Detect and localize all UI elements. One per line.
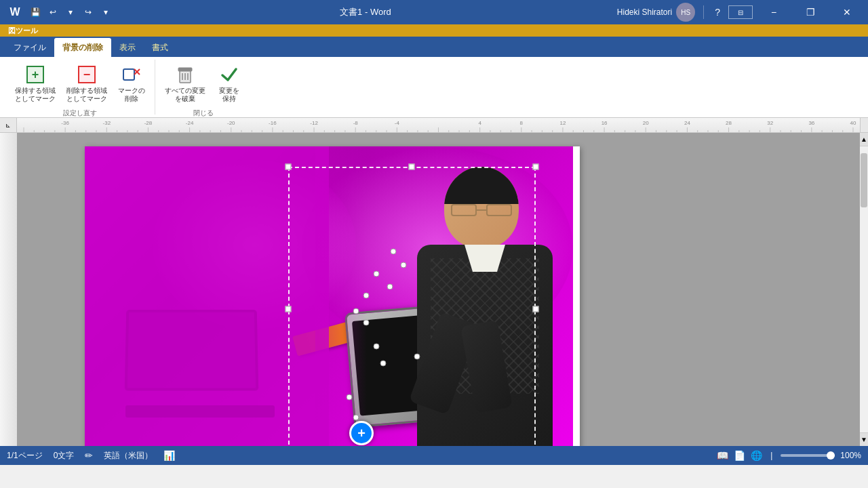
handle-tl[interactable] (285, 164, 292, 170)
group-label-close: 閉じる (193, 106, 214, 118)
horizontal-ruler: ⊾ -36-32-28-24-20-16-12-8-44812162024283… (0, 118, 868, 133)
brush-dot-9 (353, 415, 359, 421)
svg-text:28: 28 (726, 120, 732, 126)
keep-changes-label: 変更を保持 (219, 87, 239, 103)
document-area[interactable]: + ▲ ▼ (17, 133, 868, 446)
handle-tc[interactable] (409, 164, 415, 170)
keep-area-icon: + (24, 64, 46, 85)
handle-mr[interactable] (533, 306, 539, 312)
handle-ml[interactable] (285, 306, 292, 312)
ribbon-buttons-close: すべての変更を破棄 変更を保持 (161, 61, 246, 106)
zoom-thumb[interactable] (827, 451, 835, 460)
keep-area-label: 保持する領域としてマーク (15, 87, 56, 103)
brush-dot-7 (380, 361, 387, 367)
user-avatar: HS (676, 3, 695, 22)
status-left: 1/1ページ 0文字 ✏ 英語（米国） 📊 (7, 450, 175, 462)
tab-view[interactable]: 表示 (111, 38, 144, 57)
brush-dot-5 (363, 320, 370, 326)
scroll-bottom-indicator: ▼ (860, 432, 868, 446)
svg-text:-8: -8 (353, 120, 359, 126)
user-name: Hideki Shiratori (617, 7, 672, 17)
brush-dot-4 (353, 308, 359, 314)
tab-format[interactable]: 書式 (144, 38, 176, 57)
discard-label: すべての変更を破棄 (165, 87, 205, 103)
removed-bg-overlay (85, 146, 329, 446)
undo-button[interactable]: ↩ (45, 4, 61, 20)
title-bar-left: W 💾 ↩ ▾ ↪ ▾ (5, 3, 114, 22)
view-mode-layout[interactable]: 📄 (734, 450, 745, 461)
save-button[interactable]: 💾 (27, 4, 43, 20)
zoom-slider[interactable] (781, 454, 835, 457)
customize-quick-access[interactable]: ▾ (98, 4, 114, 20)
man-figure (315, 146, 573, 446)
svg-text:4: 4 (478, 120, 481, 126)
vertical-ruler (0, 133, 17, 446)
svg-text:8: 8 (520, 120, 524, 126)
ruler-right-end (860, 118, 868, 133)
edit-mode-icon: ✏ (85, 450, 93, 461)
user-area[interactable]: Hideki Shiratori HS (617, 3, 695, 22)
status-bar: 1/1ページ 0文字 ✏ 英語（米国） 📊 📖 📄 🌐 | 100% (0, 446, 868, 465)
ribbon-group-settings: + 保持する領域としてマーク − 削除する領域としてマーク (5, 60, 155, 115)
window-title: 文書1 - Word (340, 6, 391, 18)
tab-file[interactable]: ファイル (5, 38, 54, 57)
svg-rect-4 (123, 69, 134, 80)
svg-text:-36: -36 (61, 120, 69, 126)
removal-cursor: + (349, 421, 374, 445)
brush-dot-11 (387, 284, 393, 290)
svg-text:-16: -16 (269, 120, 277, 126)
svg-text:-20: -20 (227, 120, 235, 126)
close-button[interactable]: ✕ (831, 0, 863, 24)
restore-button[interactable]: ❐ (795, 0, 826, 24)
tab-background-removal[interactable]: 背景の削除 (54, 38, 111, 57)
svg-text:36: 36 (808, 120, 814, 126)
mark-delete-icon (121, 64, 142, 85)
svg-text:20: 20 (643, 120, 649, 126)
brush-dot-3 (363, 293, 370, 299)
discard-icon (174, 64, 196, 85)
mark-delete-button[interactable]: マークの削除 (114, 61, 149, 106)
delete-area-button[interactable]: − 削除する領域としてマーク (62, 61, 111, 106)
image-container[interactable]: + (85, 146, 573, 446)
zoom-level: 100% (840, 451, 861, 460)
context-tab-label: 図ツール (0, 24, 868, 37)
mark-delete-label: マークの削除 (118, 87, 145, 103)
svg-text:40: 40 (850, 120, 856, 126)
divider: | (770, 451, 772, 460)
svg-text:-4: -4 (395, 120, 400, 126)
scroll-top-indicator: ▲ (860, 133, 868, 146)
keep-area-button[interactable]: + 保持する領域としてマーク (11, 61, 60, 106)
ribbon-display-options[interactable]: ⊟ (728, 5, 753, 19)
keep-changes-button[interactable]: 変更を保持 (212, 61, 246, 106)
undo-dropdown[interactable]: ▾ (62, 4, 79, 20)
help-button[interactable]: ? (712, 4, 723, 20)
view-mode-read[interactable]: 📖 (717, 450, 728, 461)
vertical-scrollbar-thumb[interactable] (861, 153, 867, 207)
word-count: 0文字 (54, 450, 75, 462)
view-mode-web[interactable]: 🌐 (751, 450, 762, 461)
ribbon-buttons-settings: + 保持する領域としてマーク − 削除する領域としてマーク (11, 61, 149, 106)
brush-dot-12 (414, 354, 420, 360)
svg-text:24: 24 (684, 120, 690, 126)
brush-dot-1 (391, 249, 397, 255)
ribbon-group-close: すべての変更を破棄 変更を保持 閉じる (155, 60, 252, 115)
svg-text:12: 12 (559, 120, 566, 126)
language-info: 英語（米国） (104, 450, 153, 462)
svg-rect-8 (178, 68, 192, 71)
word-app-icon: W (5, 3, 24, 22)
discard-all-button[interactable]: すべての変更を破棄 (161, 61, 210, 106)
track-changes-icon: 📊 (163, 450, 175, 461)
svg-text:32: 32 (767, 120, 773, 126)
svg-text:-12: -12 (310, 120, 318, 126)
redo-button[interactable]: ↪ (80, 4, 96, 20)
minimize-button[interactable]: − (758, 0, 789, 24)
keep-changes-icon (218, 64, 240, 85)
title-bar-right: Hideki Shiratori HS ? ⊟ − ❐ ✕ (617, 0, 863, 24)
brush-dot-2 (374, 271, 380, 277)
svg-text:+: + (32, 68, 39, 81)
vertical-scrollbar-track[interactable] (860, 146, 868, 432)
handle-tr[interactable] (533, 164, 539, 170)
brush-dot-8 (347, 394, 353, 401)
svg-text:16: 16 (601, 120, 608, 126)
photo-composite: + (85, 146, 573, 446)
